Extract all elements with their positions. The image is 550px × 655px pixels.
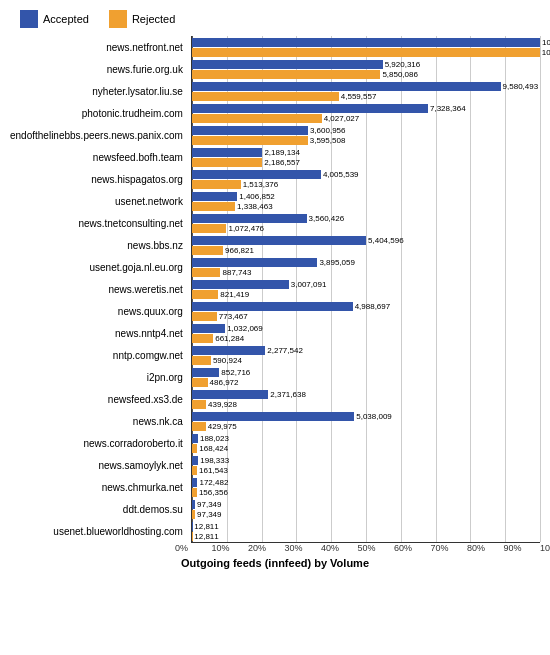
row-label-1: news.furie.org.uk <box>107 64 187 75</box>
bar-rejected-label-19: 161,543 <box>199 466 228 475</box>
bar-accepted-label-4: 3,600,956 <box>310 126 346 135</box>
row-label-14: nntp.comgw.net <box>113 350 187 361</box>
bar-accepted-3 <box>192 104 428 113</box>
bar-group-14: 2,277,542590,924 <box>192 344 540 366</box>
bar-rejected-6 <box>192 180 241 189</box>
bar-accepted-15 <box>192 368 219 377</box>
bar-accepted-label-21: 97,349 <box>197 500 221 509</box>
bar-rejected-5 <box>192 158 262 167</box>
row-label-12: news.quux.org <box>118 306 187 317</box>
row-label-3: photonic.trudheim.com <box>82 108 187 119</box>
bar-accepted-13 <box>192 324 225 333</box>
bar-group-15: 852,716486,972 <box>192 366 540 388</box>
bar-accepted-label-8: 3,560,426 <box>309 214 345 223</box>
bar-accepted-9 <box>192 236 366 245</box>
bar-accepted-label-12: 4,988,697 <box>355 302 391 311</box>
bar-rejected-16 <box>192 400 206 409</box>
bar-accepted-label-11: 3,007,091 <box>291 280 327 289</box>
bar-accepted-label-3: 7,328,364 <box>430 104 466 113</box>
bar-accepted-label-5: 2,189,134 <box>264 148 300 157</box>
bar-rejected-label-13: 661,284 <box>215 334 244 343</box>
bar-rejected-label-7: 1,338,463 <box>237 202 273 211</box>
bar-rejected-18 <box>192 444 197 453</box>
row-label-13: news.nntp4.net <box>115 328 187 339</box>
bars-column: 10,804,18310,797,0285,920,3165,850,0869,… <box>191 36 540 543</box>
bar-rejected-17 <box>192 422 206 431</box>
bar-accepted-6 <box>192 170 321 179</box>
row-label-16: newsfeed.xs3.de <box>108 394 187 405</box>
bar-accepted-label-10: 3,895,059 <box>319 258 355 267</box>
bar-rejected-label-21: 97,349 <box>197 510 221 519</box>
row-label-9: news.bbs.nz <box>127 240 187 251</box>
x-axis: 0%10%20%30%40%50%60%70%80%90%100% <box>175 543 540 553</box>
bar-accepted-1 <box>192 60 383 69</box>
bar-rejected-20 <box>192 488 197 497</box>
bar-rejected-8 <box>192 224 227 233</box>
bar-accepted-14 <box>192 346 265 355</box>
bar-group-3: 7,328,3644,027,027 <box>192 102 540 124</box>
legend: Accepted Rejected <box>20 10 540 28</box>
bar-accepted-label-15: 852,716 <box>221 368 250 377</box>
row-label-15: i2pn.org <box>147 372 187 383</box>
row-label-8: news.tnetconsulting.net <box>78 218 187 229</box>
row-label-6: news.hispagatos.org <box>91 174 187 185</box>
bar-accepted-label-1: 5,920,316 <box>385 60 421 69</box>
chart-inner: news.netfront.netnews.furie.org.uknyhete… <box>10 36 540 543</box>
row-label-0: news.netfront.net <box>106 42 187 53</box>
bar-rejected-label-8: 1,072,476 <box>228 224 264 233</box>
accepted-icon <box>20 10 38 28</box>
bar-rejected-label-15: 486,972 <box>210 378 239 387</box>
row-label-18: news.corradoroberto.it <box>83 438 187 449</box>
row-label-17: news.nk.ca <box>133 416 187 427</box>
bar-rejected-label-10: 887,743 <box>222 268 251 277</box>
bar-rejected-label-3: 4,027,027 <box>324 114 360 123</box>
bar-accepted-label-13: 1,032,069 <box>227 324 263 333</box>
bar-group-21: 97,34997,349 <box>192 498 540 520</box>
bar-accepted-19 <box>192 456 198 465</box>
bar-group-18: 188,023168,424 <box>192 432 540 454</box>
bar-accepted-label-2: 9,580,493 <box>503 82 539 91</box>
bar-group-6: 4,005,5391,513,376 <box>192 168 540 190</box>
bar-accepted-2 <box>192 82 501 91</box>
chart-area: news.netfront.netnews.furie.org.uknyhete… <box>10 36 540 553</box>
bar-rejected-10 <box>192 268 221 277</box>
bar-rejected-label-22: 12,811 <box>194 532 218 541</box>
legend-accepted-label: Accepted <box>43 13 89 25</box>
bar-rejected-2 <box>192 92 339 101</box>
bar-group-19: 198,333161,543 <box>192 454 540 476</box>
bar-rejected-21 <box>192 510 195 519</box>
bar-accepted-label-18: 188,023 <box>200 434 229 443</box>
row-label-10: usenet.goja.nl.eu.org <box>89 262 186 273</box>
bar-group-0: 10,804,18310,797,028 <box>192 36 540 58</box>
bar-rejected-label-12: 773,467 <box>219 312 248 321</box>
row-label-20: news.chmurka.net <box>102 482 187 493</box>
bar-rejected-label-1: 5,850,086 <box>382 70 418 79</box>
bar-accepted-label-7: 1,406,852 <box>239 192 275 201</box>
bar-group-9: 5,404,596966,821 <box>192 234 540 256</box>
legend-rejected-label: Rejected <box>132 13 175 25</box>
bar-rejected-label-5: 2,186,557 <box>264 158 300 167</box>
bar-group-22: 12,81112,811 <box>192 520 540 542</box>
bar-accepted-17 <box>192 412 354 421</box>
bar-rejected-label-18: 168,424 <box>199 444 228 453</box>
bar-rejected-4 <box>192 136 308 145</box>
bar-accepted-16 <box>192 390 268 399</box>
bar-rejected-14 <box>192 356 211 365</box>
bar-rejected-label-20: 156,356 <box>199 488 228 497</box>
bar-accepted-label-14: 2,277,542 <box>267 346 303 355</box>
bar-accepted-8 <box>192 214 307 223</box>
labels-column: news.netfront.netnews.furie.org.uknyhete… <box>10 36 191 543</box>
legend-rejected: Rejected <box>109 10 175 28</box>
bar-group-1: 5,920,3165,850,086 <box>192 58 540 80</box>
bar-rejected-label-0: 10,797,028 <box>542 48 550 57</box>
bar-group-4: 3,600,9563,595,508 <box>192 124 540 146</box>
bar-rejected-label-6: 1,513,376 <box>243 180 279 189</box>
row-label-21: ddt.demos.su <box>123 504 187 515</box>
bar-rejected-3 <box>192 114 322 123</box>
row-label-19: news.samoylyk.net <box>98 460 186 471</box>
chart-container: Accepted Rejected news.netfront.netnews.… <box>10 10 540 569</box>
bar-rejected-9 <box>192 246 223 255</box>
bar-group-16: 2,371,638439,928 <box>192 388 540 410</box>
bar-rejected-label-16: 439,928 <box>208 400 237 409</box>
bar-group-10: 3,895,059887,743 <box>192 256 540 278</box>
